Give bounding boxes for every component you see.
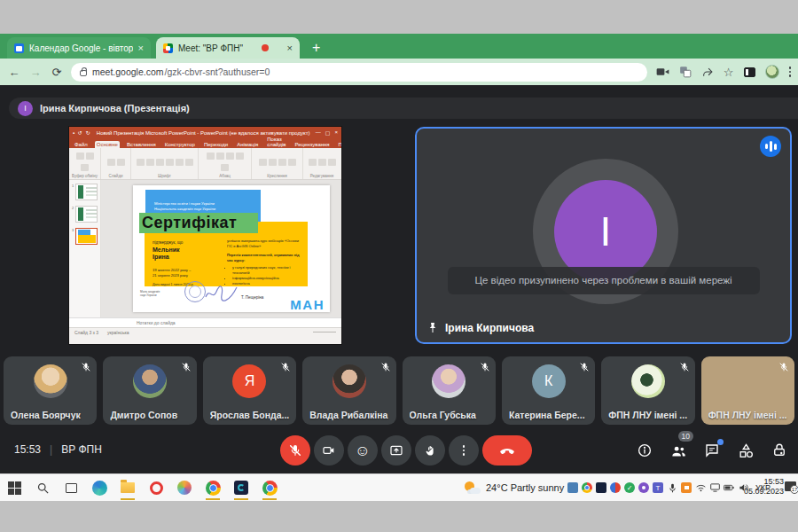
tray-display-app-icon[interactable]: [567, 482, 578, 493]
mic-toggle-button[interactable]: [280, 435, 310, 466]
chrome-active-taskbar-icon[interactable]: [261, 477, 278, 498]
tray-wifi-icon[interactable]: [695, 482, 706, 493]
new-tab-button[interactable]: +: [312, 37, 320, 59]
more-options-button[interactable]: [449, 435, 479, 466]
tray-monitor-icon[interactable]: [709, 482, 720, 493]
tray-teams-icon[interactable]: T: [653, 482, 663, 493]
forward-button[interactable]: →: [28, 66, 43, 79]
ribbon-group-drawing: Креслення: [252, 148, 303, 179]
ppt-tab-review[interactable]: Рецензування: [293, 141, 331, 148]
bookmark-star-icon[interactable]: ☆: [724, 66, 734, 79]
task-view-button[interactable]: [62, 477, 80, 498]
ppt-tab-home[interactable]: Основне: [95, 141, 120, 148]
signature-name: Т. Пещеріна: [241, 295, 263, 300]
org-mark: Мала академіянаук України: [140, 290, 160, 298]
participant-tile[interactable]: К Катерина Бере...: [502, 356, 595, 425]
meeting-panels: 10: [635, 441, 789, 460]
edge-taskbar-icon[interactable]: [90, 477, 108, 498]
start-button[interactable]: [5, 477, 23, 498]
end-call-button[interactable]: [482, 435, 532, 466]
participant-tile[interactable]: Я Ярослав Бонда...: [203, 356, 296, 425]
ppt-tab-file[interactable]: Файл: [73, 141, 90, 148]
share-icon[interactable]: [701, 66, 714, 78]
reactions-button[interactable]: ☺: [348, 435, 378, 466]
powerpoint-title-bar: ▪ ↺ ↻ Новий Презентація Microsoft PowerP…: [69, 127, 341, 138]
ppt-tab-slideshow[interactable]: Показ слайдів: [265, 136, 287, 148]
chrome-taskbar-icon[interactable]: [204, 477, 222, 498]
notes-pane[interactable]: Нотатки до слайда: [69, 317, 341, 327]
raise-hand-button[interactable]: [415, 435, 445, 466]
google-calendar-favicon: [14, 43, 24, 53]
shared-screen-powerpoint[interactable]: ▪ ↺ ↻ Новий Презентація Microsoft PowerP…: [69, 127, 341, 344]
speaker-tile[interactable]: І Це відео призупинено через проблеми в …: [415, 127, 792, 344]
ribbon-group-editing: Редагування: [303, 148, 340, 179]
minimize-icon[interactable]: —: [316, 129, 321, 136]
maximize-icon[interactable]: ▢: [325, 129, 331, 136]
ppt-tab-transitions[interactable]: Переходи: [202, 141, 230, 148]
chat-panel-button[interactable]: [702, 441, 722, 460]
pin-icon[interactable]: [427, 322, 438, 334]
back-button[interactable]: ←: [7, 66, 21, 79]
tray-dark-app-icon[interactable]: [596, 482, 606, 493]
slide-thumbnail-1[interactable]: 1: [72, 184, 98, 200]
participant-tile[interactable]: Влада Рибалкіна: [302, 356, 395, 425]
activities-button[interactable]: [736, 441, 755, 460]
tray-viber-icon[interactable]: [638, 482, 649, 493]
camera-permission-icon[interactable]: [656, 66, 669, 77]
tray-mic-icon[interactable]: [667, 482, 677, 493]
address-bar[interactable]: meet.google.com/gzk-cbvr-snt?authuser=0: [71, 63, 647, 82]
certificate-right-column: успішно завершила курс вебінарів «Основи…: [227, 239, 305, 286]
notification-center-button[interactable]: 17: [785, 481, 796, 491]
participant-tile[interactable]: Олена Боярчук: [4, 356, 97, 425]
task-view-icon: [66, 483, 77, 493]
participant-photo-avatar: [432, 364, 466, 398]
partly-sunny-icon: [465, 481, 481, 494]
participants-filmstrip: Олена Боярчук Дмитро Сопов Я Ярослав Бон…: [4, 356, 794, 425]
people-panel-button[interactable]: 10: [669, 441, 688, 460]
participant-tile[interactable]: ФПН ЛНУ імені ...: [601, 356, 694, 425]
ppt-tab-view[interactable]: Подання: [337, 141, 341, 148]
file-explorer-taskbar-icon[interactable]: [119, 477, 137, 498]
slide-thumbnail-panel: 1 2 3: [69, 180, 101, 317]
tray-chrome-icon[interactable]: [582, 482, 592, 493]
taskbar-search-button[interactable]: [34, 477, 51, 498]
browser-toolbar: ← → ⟳ meet.google.com/gzk-cbvr-snt?authu…: [0, 59, 798, 85]
close-icon[interactable]: ×: [334, 129, 338, 136]
tray-antivirus-icon[interactable]: ✓: [624, 482, 635, 493]
host-controls-button[interactable]: [770, 441, 789, 460]
side-panel-icon[interactable]: [744, 67, 755, 77]
ppt-tab-design[interactable]: Конструктор: [163, 141, 197, 148]
translate-icon[interactable]: [679, 66, 692, 78]
tab-close-icon[interactable]: ×: [287, 43, 293, 53]
presenter-banner: І Ірина Кирпичова (Презентація): [9, 98, 798, 119]
participant-tile[interactable]: Дмитро Сопов: [103, 356, 196, 425]
browser-menu-icon[interactable]: [789, 66, 792, 77]
tab-close-icon[interactable]: ×: [138, 43, 144, 53]
present-screen-button[interactable]: [381, 435, 411, 466]
participant-count-badge: 10: [678, 431, 693, 442]
zoom-slider[interactable]: [313, 332, 336, 332]
dark-app-taskbar-icon[interactable]: [232, 477, 250, 498]
ppt-tab-insert[interactable]: Вставлення: [125, 141, 158, 148]
taskbar-clock[interactable]: 15:53 05.09.2023: [744, 477, 784, 497]
reload-button[interactable]: ⟳: [50, 66, 64, 79]
camera-toggle-button[interactable]: [314, 435, 344, 466]
tray-red-app-icon[interactable]: [610, 482, 621, 493]
opera-taskbar-icon[interactable]: [147, 477, 165, 498]
ribbon-group-paragraph: Абзац: [199, 148, 252, 179]
participant-video-tile[interactable]: ФПН ЛНУ імені ...: [701, 356, 794, 425]
slide-thumbnail-2[interactable]: 2: [72, 206, 98, 223]
slide-thumbnail-3-selected[interactable]: 3: [72, 228, 98, 245]
tab-google-calendar[interactable]: Календар Google - вівторок, 5 вересн ×: [7, 37, 151, 59]
photo-app-taskbar-icon[interactable]: [176, 477, 193, 498]
tray-screenshare-icon[interactable]: [681, 482, 692, 493]
participant-photo-avatar: [34, 364, 67, 398]
participant-tile[interactable]: Ольга Губська: [403, 356, 496, 425]
ppt-tab-animations[interactable]: Анімація: [235, 141, 260, 148]
tab-meet[interactable]: Meet: "ВР ФПН" ×: [156, 37, 300, 59]
meeting-details-button[interactable]: [635, 441, 654, 460]
windows-logo-icon: [8, 481, 21, 495]
weather-widget[interactable]: 24°C Partly sunny: [465, 474, 564, 501]
profile-avatar[interactable]: [765, 65, 779, 79]
tray-battery-icon[interactable]: [724, 482, 734, 493]
